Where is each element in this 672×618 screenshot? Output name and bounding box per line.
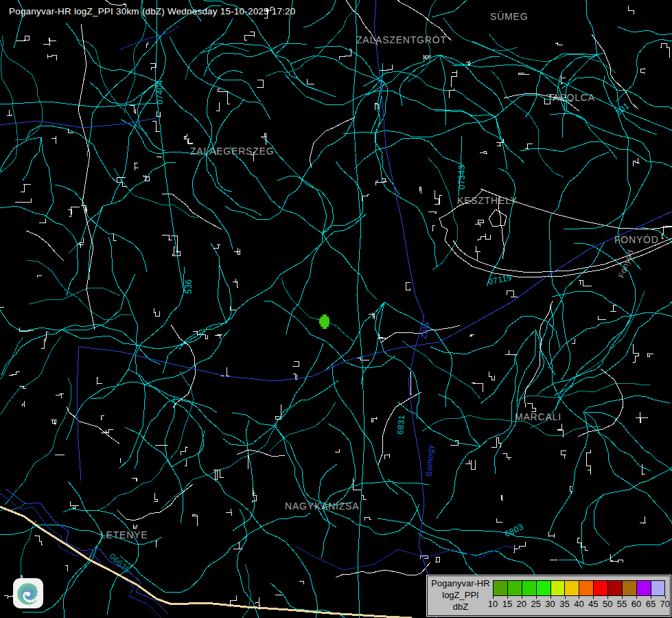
legend-swatch — [564, 580, 579, 596]
legend-caption: Poganyvar-HR logZ_PPI dbZ — [428, 577, 494, 613]
legend-swatch — [536, 580, 551, 596]
legend-swatch — [636, 580, 651, 596]
city-label: MARCALI — [515, 411, 561, 422]
city-label: KESZTHELY — [457, 195, 518, 206]
legend-tick-label: 70 — [657, 599, 672, 609]
legend-unit-label: dbZ — [428, 601, 494, 613]
road-label: 6831 — [395, 414, 406, 435]
legend-swatch — [522, 580, 536, 596]
legend-swatch — [607, 580, 622, 596]
city-label: ZALAEGERSZEG — [190, 146, 274, 157]
legend-swatch — [622, 580, 636, 596]
radar-product-title: Poganyvar-HR logZ_PPI 30km (dbZ) Wednesd… — [9, 6, 296, 16]
legend-swatch — [593, 580, 607, 596]
radar-echo-blob — [319, 314, 329, 329]
city-label: SÜMEG — [490, 11, 528, 22]
road-label: 536 — [184, 279, 194, 294]
city-label: FONYÓD — [614, 234, 659, 245]
legend-color-scale — [493, 580, 665, 596]
legend-swatch — [493, 580, 507, 596]
city-label: NAGYKANIZSA — [285, 501, 359, 512]
legend-station-name: Poganyvar-HR — [428, 577, 494, 589]
legend-swatch — [507, 580, 522, 596]
road-label: 07343 — [457, 165, 467, 190]
weather-spiral-logo-icon — [13, 578, 43, 608]
legend-product-name: logZ_PPI — [428, 589, 494, 601]
legend-swatch — [551, 580, 565, 596]
legend-swatch — [579, 580, 593, 596]
city-label: ZALASZENTGRÓT — [356, 34, 447, 45]
road-label: 07404 — [155, 80, 165, 104]
city-label: LETENYE — [100, 529, 148, 540]
legend-swatch — [651, 580, 665, 596]
radar-screen: Poganyvar-HR logZ_PPI 30km (dbZ) Wednesd… — [0, 0, 672, 618]
road-label: Somogy — [424, 444, 435, 477]
city-label: TAPOLCA — [547, 92, 595, 103]
legend-panel: Poganyvar-HR logZ_PPI dbZ 10152025303540… — [427, 575, 671, 616]
